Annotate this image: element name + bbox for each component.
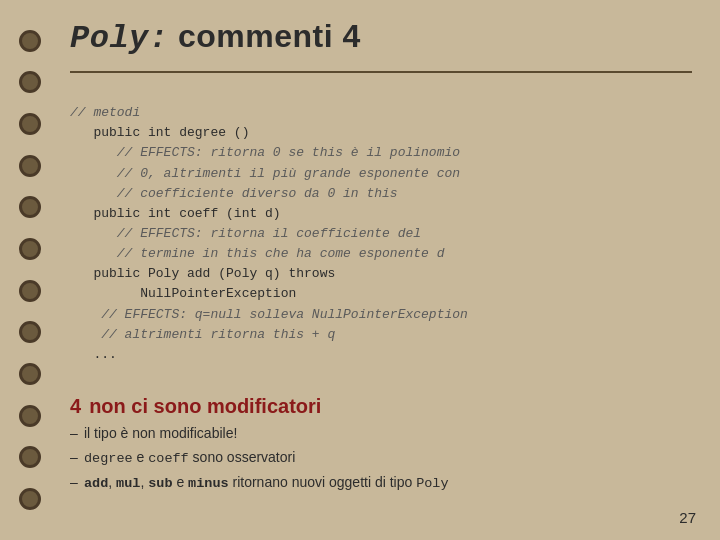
code-line-2: public int degree () xyxy=(70,125,249,140)
code-line-11: // EFFECTS: q=null solleva NullPointerEx… xyxy=(70,307,468,322)
code-line-5: // coefficiente diverso da 0 in this xyxy=(70,186,398,201)
bullet-list: il tipo è non modificabile! degree e coe… xyxy=(70,422,692,496)
spiral-hole xyxy=(19,113,41,135)
section-header: 4 non ci sono modificatori xyxy=(70,389,692,418)
section-title: non ci sono modificatori xyxy=(89,395,321,418)
code-line-3: // EFFECTS: ritorna 0 se this è il polin… xyxy=(70,145,460,160)
spiral-hole xyxy=(19,363,41,385)
spiral-hole xyxy=(19,238,41,260)
spiral-hole xyxy=(19,155,41,177)
code-block: // metodi public int degree () // EFFECT… xyxy=(70,83,692,385)
code-line-4: // 0, altrimenti il più grande esponente… xyxy=(70,166,460,181)
code-line-13: ... xyxy=(70,347,117,362)
bullet-text-2: degree e coeff sono osservatori xyxy=(84,449,295,465)
title-divider xyxy=(70,71,692,73)
bullet-item-1: il tipo è non modificabile! xyxy=(70,422,692,446)
bullet-item-2: degree e coeff sono osservatori xyxy=(70,446,692,471)
page-number: 27 xyxy=(679,509,696,526)
code-line-8: // termine in this che ha come esponente… xyxy=(70,246,444,261)
bullet-text-3: add, mul, sub e minus ritornano nuovi og… xyxy=(84,474,449,490)
code-line-6: public int coeff (int d) xyxy=(70,206,281,221)
code-line-1: // metodi xyxy=(70,105,140,120)
content-area: Poly: commenti 4 // metodi public int de… xyxy=(70,18,692,496)
code-line-7: // EFFECTS: ritorna il coefficiente del xyxy=(70,226,421,241)
spiral-hole xyxy=(19,321,41,343)
spiral-hole xyxy=(19,30,41,52)
slide: Poly: commenti 4 // metodi public int de… xyxy=(0,0,720,540)
code-line-12: // altrimenti ritorna this + q xyxy=(70,327,335,342)
spiral-binding xyxy=(0,0,60,540)
spiral-hole xyxy=(19,405,41,427)
section-number: 4 xyxy=(70,395,81,418)
bullet-item-3: add, mul, sub e minus ritornano nuovi og… xyxy=(70,471,692,496)
spiral-hole xyxy=(19,196,41,218)
bullet-text-1: il tipo è non modificabile! xyxy=(84,425,237,441)
code-line-10: NullPointerException xyxy=(70,286,296,301)
title-mono: Poly: xyxy=(70,20,169,57)
spiral-hole xyxy=(19,488,41,510)
spiral-hole xyxy=(19,446,41,468)
spiral-hole xyxy=(19,280,41,302)
code-line-9: public Poly add (Poly q) throws xyxy=(70,266,335,281)
slide-title: Poly: commenti 4 xyxy=(70,18,692,57)
spiral-hole xyxy=(19,71,41,93)
title-main: commenti 4 xyxy=(178,18,361,54)
